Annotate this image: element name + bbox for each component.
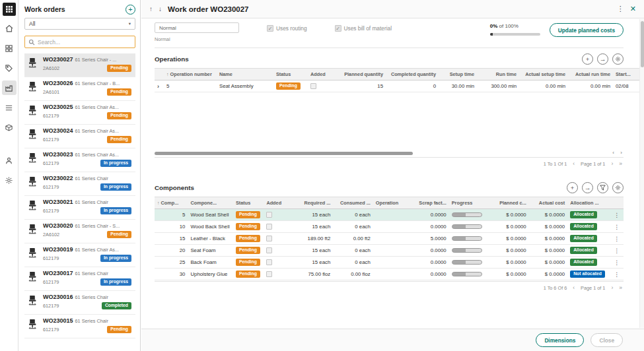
update-planned-costs-button[interactable]: Update planned costs [550, 23, 624, 37]
column-header[interactable]: Completed quantity [386, 69, 439, 80]
vscrollbar-thumb[interactable] [641, 21, 644, 67]
column-header[interactable]: Progress [449, 197, 489, 209]
row-menu-icon[interactable]: ⋮ [610, 209, 624, 221]
expand-row-icon[interactable]: › [157, 83, 159, 90]
work-order-list-item[interactable]: WO23002061 Series Chair - S... 2A6102 Pe… [24, 220, 135, 243]
column-header[interactable]: Name [217, 69, 273, 80]
list-icon[interactable] [2, 100, 17, 115]
row-menu-icon[interactable]: ⋮ [610, 245, 624, 257]
column-header[interactable]: Consumed ... [333, 197, 373, 209]
column-header[interactable]: Run time [477, 69, 519, 80]
work-order-list-item[interactable]: WO23002561 Series Chair As... 612179 Pen… [24, 101, 135, 125]
column-header[interactable]: Planned quantity [334, 69, 386, 80]
last-page-icon[interactable]: » [619, 285, 622, 291]
scroll-right-icon[interactable]: › [620, 150, 622, 156]
component-name: Seat Foam [188, 245, 233, 257]
next-page-icon[interactable]: › [611, 285, 613, 291]
add-component-button[interactable]: + [567, 182, 578, 193]
work-order-list-item[interactable]: WO23002661 Series Chair - B... 2A6101 Pe… [24, 77, 135, 101]
added-checkbox[interactable] [266, 212, 272, 218]
add-work-order-button[interactable]: + [125, 5, 135, 15]
uses-bom-checkbox[interactable]: ✓ Uses bill of material [335, 25, 392, 32]
work-order-list-item[interactable]: WO23002361 Series Chair As... 612179 In … [24, 148, 135, 172]
close-button[interactable]: Close [590, 333, 623, 347]
work-order-list-item[interactable]: WO23001761 Series Chair 612179 In progre… [24, 267, 135, 291]
row-menu-icon[interactable]: ⋮ [610, 233, 624, 245]
app-launcher-icon[interactable] [3, 3, 16, 16]
column-header-component-number[interactable]: ↑Comp... [155, 197, 188, 209]
components-actions-button[interactable]: → [582, 182, 593, 193]
column-header[interactable]: Setup time [439, 69, 477, 80]
column-header[interactable]: Actual run time [568, 69, 613, 80]
more-menu-icon[interactable]: ⋮ [617, 5, 624, 13]
column-header[interactable]: Operation [373, 197, 410, 209]
operation-row[interactable]: › 5 Seat Assembly Pending 15 0 30.00 min… [155, 80, 639, 92]
home-icon[interactable] [2, 21, 17, 36]
page-indicator: Page 1 of 1 [581, 161, 605, 167]
work-order-list-item[interactable]: WO23002761 Series Chair - ... 2A6102 Pen… [24, 53, 135, 77]
next-page-icon[interactable]: › [611, 161, 613, 167]
column-header-operation-number[interactable]: ↑Operation number [164, 69, 217, 80]
filter-icon[interactable] [597, 182, 608, 193]
inventory-icon[interactable] [2, 120, 17, 135]
production-icon[interactable] [2, 80, 17, 95]
component-row[interactable]: 15 Leather - Black Pending 189.00 ft2 0.… [155, 233, 624, 245]
navigate-down-icon[interactable]: ↓ [159, 5, 162, 13]
work-order-list-item[interactable]: WO23001961 Series Chair As... 612179 In … [24, 243, 135, 267]
added-checkbox[interactable] [266, 247, 272, 253]
chair-icon [26, 222, 39, 241]
scroll-left-icon[interactable]: ‹ [612, 150, 614, 156]
column-header[interactable]: Added [308, 69, 334, 80]
added-checkbox[interactable] [266, 259, 272, 265]
operations-settings-button[interactable] [612, 53, 624, 65]
added-checkbox[interactable] [266, 224, 272, 230]
column-header[interactable]: Allocation ... [567, 197, 610, 209]
column-header[interactable]: Status [233, 197, 264, 209]
column-header[interactable]: Actual cost [529, 197, 567, 209]
column-header[interactable]: Required ... [289, 197, 334, 209]
prev-page-icon[interactable]: ‹ [573, 285, 575, 291]
work-order-list-item[interactable]: WO23001661 Series Chair 612179 Completed [24, 291, 135, 315]
added-checkbox[interactable] [266, 271, 272, 277]
added-checkbox[interactable] [310, 83, 316, 89]
column-header[interactable]: Start... [613, 69, 634, 80]
hscrollbar-thumb[interactable] [155, 152, 413, 155]
last-page-icon[interactable]: » [619, 161, 622, 167]
column-header[interactable]: Planned c... [489, 197, 529, 209]
column-header[interactable]: Added [264, 197, 289, 209]
column-header[interactable]: Status [273, 69, 308, 80]
component-row[interactable]: 10 Wood Back Shell Pending 15 each 0 eac… [155, 221, 624, 233]
settings-icon[interactable] [2, 173, 17, 187]
prev-page-icon[interactable]: ‹ [573, 161, 575, 167]
row-menu-icon[interactable]: ⋮ [610, 269, 624, 280]
work-order-list-item[interactable]: WO23002161 Series Chair 612179 In progre… [24, 196, 135, 220]
work-order-list-item[interactable]: WO23001561 Series Chair 612179 Pending [24, 315, 135, 338]
search-input[interactable] [38, 39, 131, 46]
navigate-up-icon[interactable]: ↑ [149, 5, 153, 13]
component-row[interactable]: 20 Seat Foam Pending 15 each 0 each 0.00… [155, 245, 624, 257]
add-operation-button[interactable]: + [582, 53, 593, 65]
search-box[interactable] [24, 36, 135, 48]
work-order-list-item[interactable]: WO23002461 Series Chair As... 612179 Pen… [24, 125, 135, 148]
close-panel-icon[interactable]: ✕ [630, 5, 636, 13]
component-row[interactable]: 5 Wood Seat Shell Pending 15 each 0 each… [155, 209, 624, 221]
row-menu-icon[interactable]: ⋮ [610, 257, 624, 269]
priority-input[interactable]: Normal [155, 22, 239, 33]
modules-icon[interactable] [2, 41, 17, 55]
component-row[interactable]: 25 Back Foam Pending 15 each 0 each 0.00… [155, 257, 624, 269]
column-header[interactable]: Scrap fact... [410, 197, 448, 209]
components-settings-button[interactable] [612, 182, 624, 193]
operations-actions-button[interactable]: → [597, 53, 608, 65]
user-icon[interactable] [2, 153, 17, 168]
added-checkbox[interactable] [266, 236, 272, 241]
work-order-list-item[interactable]: WO23002261 Series Chair 612179 In progre… [24, 172, 135, 196]
column-header[interactable]: Compone... [188, 197, 233, 209]
column-header[interactable]: Actual setup time [519, 69, 568, 80]
tag-icon[interactable] [2, 61, 17, 75]
dimensions-button[interactable]: Dimensions [536, 333, 584, 347]
component-row[interactable]: 30 Upholstery Glue Pending 75.00 floz 0.… [155, 269, 624, 280]
row-menu-icon[interactable]: ⋮ [610, 221, 624, 233]
filter-dropdown[interactable]: All ▾ [24, 18, 135, 30]
row-menu-icon[interactable]: ⋮ [634, 80, 639, 92]
uses-routing-checkbox[interactable]: ✓ Uses routing [267, 25, 307, 32]
